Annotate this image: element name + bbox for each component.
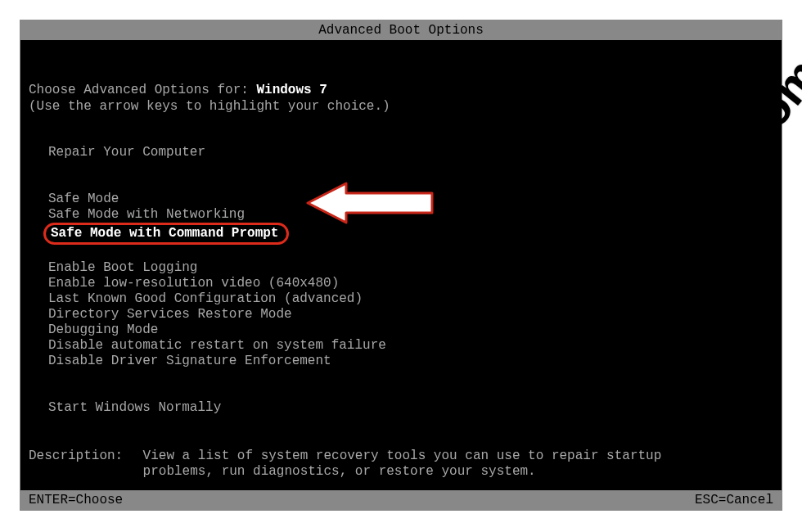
boot-options-screen: Advanced Boot Options Choose Advanced Op… — [20, 20, 782, 511]
menu-safe-mode-cmd-wrapper[interactable]: Safe Mode with Command Prompt — [48, 223, 773, 245]
menu-safe-mode-networking[interactable]: Safe Mode with Networking — [48, 207, 773, 223]
footer-enter: ENTER=Choose — [29, 493, 123, 507]
spacer — [48, 245, 773, 260]
menu-boot-logging[interactable]: Enable Boot Logging — [48, 260, 773, 276]
menu-disable-auto-restart[interactable]: Disable automatic restart on system fail… — [48, 338, 773, 354]
description-text: View a list of system recovery tools you… — [143, 449, 716, 480]
hint-line: (Use the arrow keys to highlight your ch… — [29, 99, 773, 114]
menu-safe-mode[interactable]: Safe Mode — [48, 192, 773, 207]
os-name: Windows 7 — [256, 83, 327, 97]
spacer — [48, 369, 773, 400]
menu-group: Repair Your Computer Safe Mode Safe Mode… — [29, 145, 773, 416]
choose-line: Choose Advanced Options for: Windows 7 — [29, 83, 773, 97]
content-area: Choose Advanced Options for: Windows 7 (… — [20, 40, 782, 489]
description-block: Description: View a list of system recov… — [29, 449, 773, 480]
footer-bar: ENTER=Choose ESC=Cancel — [20, 490, 782, 510]
footer-esc: ESC=Cancel — [695, 493, 773, 507]
title-bar: Advanced Boot Options — [20, 20, 782, 40]
menu-last-known-good[interactable]: Last Known Good Configuration (advanced) — [48, 291, 773, 307]
choose-prefix: Choose Advanced Options for: — [29, 83, 256, 97]
menu-disable-driver-sig[interactable]: Disable Driver Signature Enforcement — [48, 354, 773, 369]
menu-debugging[interactable]: Debugging Mode — [48, 322, 773, 338]
menu-start-normally[interactable]: Start Windows Normally — [48, 400, 773, 416]
description-label: Description: — [29, 449, 135, 463]
menu-repair-computer[interactable]: Repair Your Computer — [48, 145, 773, 160]
spacer — [48, 160, 773, 192]
menu-safe-mode-cmd[interactable]: Safe Mode with Command Prompt — [43, 223, 289, 245]
menu-low-res-video[interactable]: Enable low-resolution video (640x480) — [48, 276, 773, 291]
title-text: Advanced Boot Options — [318, 23, 484, 38]
menu-ds-restore[interactable]: Directory Services Restore Mode — [48, 307, 773, 322]
